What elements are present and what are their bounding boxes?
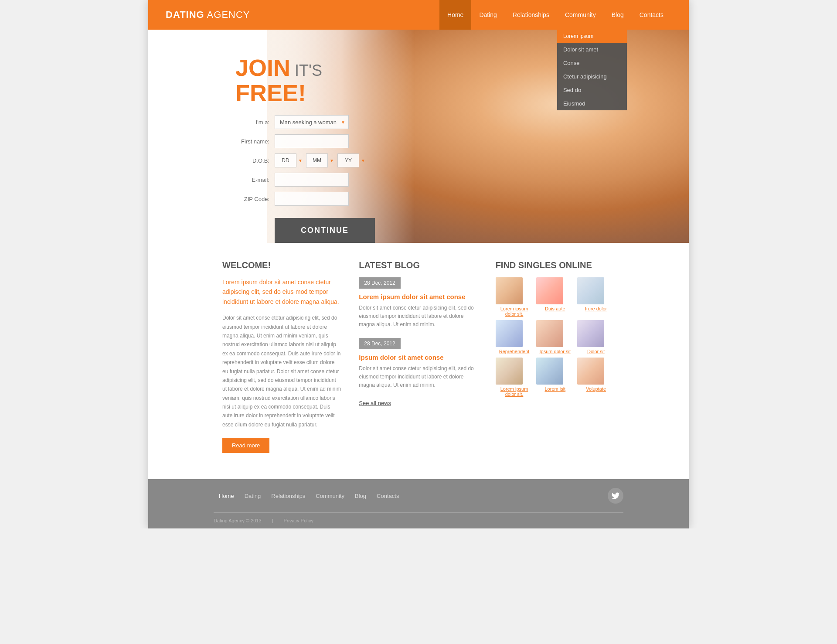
single-name-6[interactable]: Lorem ipsum dolor sit. [496, 386, 533, 397]
im-a-select[interactable]: Man seeking a woman Woman seeking a man … [275, 115, 349, 129]
twitter-icon[interactable] [608, 488, 623, 504]
blog-section: LATEST BLOG 28 Dec, 2012 Lorem ipsum dol… [359, 260, 478, 453]
email-label: E-mail: [235, 177, 275, 183]
dob-dd-arrow: ▼ [296, 153, 304, 167]
email-input[interactable] [275, 173, 349, 187]
blog-post-body-1: Dolor sit amet conse ctetur adipisicing … [359, 304, 478, 329]
its-text: IT'S [290, 61, 322, 79]
footer-nav-contacts[interactable]: Contacts [371, 493, 404, 499]
im-a-row: I'm a: Man seeking a woman Woman seeking… [235, 115, 392, 129]
copyright: Dating Agency © 2013 [214, 518, 262, 523]
first-name-row: First name: [235, 134, 392, 148]
email-row: E-mail: [235, 173, 392, 187]
single-photo-1[interactable] [536, 277, 563, 304]
nav-community[interactable]: Community [557, 0, 604, 30]
footer-nav-dating[interactable]: Dating [239, 493, 266, 499]
welcome-intro: Lorem ipsum dolor sit amet conse ctetur … [222, 277, 341, 307]
dob-row: D.O.B: DD ▼ MM ▼ YY ▼ [235, 153, 392, 167]
blog-title: LATEST BLOG [359, 260, 478, 270]
dob-dd-select[interactable]: DD [275, 153, 296, 167]
singles-grid: Lorem ipsum dolor sit. Duis aute Irure d… [496, 277, 615, 397]
main-content: WELCOME! Lorem ipsum dolor sit amet cons… [148, 243, 689, 479]
main-nav: Home Dating Relationships Community Lore… [439, 0, 671, 30]
site-footer: Home Dating Relationships Community Blog… [148, 479, 689, 528]
blog-post-body-2: Dolor sit amet conse ctetur adipisicing … [359, 365, 478, 390]
blog-post-2: 28 Dec, 2012 Ipsum dolor sit amet conse … [359, 338, 478, 390]
single-photo-6[interactable] [496, 358, 523, 385]
nav-home[interactable]: Home [439, 0, 471, 30]
single-name-3[interactable]: Reprehenderit [496, 349, 533, 354]
footer-nav-home[interactable]: Home [214, 493, 239, 499]
community-dropdown: Lorem ipsum Dolor sit amet Conse Ctetur … [557, 30, 627, 110]
dropdown-item-5[interactable]: Eiusmod [557, 97, 627, 110]
blog-post-title-1[interactable]: Lorem ipsum dolor sit amet conse [359, 293, 478, 300]
single-name-0[interactable]: Lorem ipsum dolor sit. [496, 306, 533, 317]
privacy-link[interactable]: Privacy Policy [283, 518, 313, 523]
footer-social [608, 488, 623, 504]
single-name-2[interactable]: Irure dolor [577, 306, 615, 311]
dob-label: D.O.B: [235, 157, 275, 164]
nav-contacts[interactable]: Contacts [632, 0, 671, 30]
dob-group: DD ▼ MM ▼ YY ▼ [275, 153, 367, 167]
nav-dating[interactable]: Dating [471, 0, 504, 30]
hero-form-container: JOIN IT'S FREE! I'm a: Man seeking a wom… [148, 30, 392, 243]
logo-light: AGENCY [204, 9, 250, 20]
single-name-5[interactable]: Dolor sit [577, 349, 615, 354]
dob-mm-select[interactable]: MM [306, 153, 328, 167]
continue-button[interactable]: CONTINUE [275, 218, 375, 243]
im-a-select-wrapper: Man seeking a woman Woman seeking a man … [275, 115, 349, 129]
footer-bottom: Dating Agency © 2013 | Privacy Policy [214, 513, 623, 528]
single-photo-2[interactable] [577, 277, 604, 304]
first-name-input[interactable] [275, 134, 349, 148]
single-item-0: Lorem ipsum dolor sit. [496, 277, 533, 317]
single-name-1[interactable]: Duis aute [536, 306, 574, 311]
footer-nav: Home Dating Relationships Community Blog… [214, 479, 623, 512]
single-item-2: Irure dolor [577, 277, 615, 317]
welcome-title: WELCOME! [222, 260, 341, 270]
single-name-8[interactable]: Voluptate [577, 386, 615, 392]
single-item-1: Duis aute [536, 277, 574, 317]
hero-title: JOIN IT'S [235, 56, 392, 79]
see-all-news-link[interactable]: See all news [359, 400, 391, 406]
nav-blog[interactable]: Blog [604, 0, 632, 30]
single-item-7: Lorem isit [536, 358, 574, 397]
single-name-4[interactable]: Ipsum dolor sit [536, 349, 574, 354]
welcome-body: Dolor sit amet conse ctetur adipisicing … [222, 313, 341, 429]
single-photo-0[interactable] [496, 277, 523, 304]
single-photo-3[interactable] [496, 320, 523, 347]
nav-community-container: Community Lorem ipsum Dolor sit amet Con… [557, 0, 604, 30]
single-photo-4[interactable] [536, 320, 563, 347]
single-name-7[interactable]: Lorem isit [536, 386, 574, 392]
nav-relationships[interactable]: Relationships [505, 0, 557, 30]
singles-section: FIND SINGLES ONLINE Lorem ipsum dolor si… [496, 260, 615, 453]
singles-title: FIND SINGLES ONLINE [496, 260, 615, 270]
blog-post-title-2[interactable]: Ipsum dolor sit amet conse [359, 354, 478, 361]
single-item-8: Voluptate [577, 358, 615, 397]
dropdown-item-2[interactable]: Conse [557, 56, 627, 70]
footer-nav-relationships[interactable]: Relationships [266, 493, 310, 499]
dropdown-item-4[interactable]: Sed do [557, 83, 627, 97]
dob-yy-arrow: ▼ [359, 153, 367, 167]
site-logo: DATING AGENCY [166, 9, 439, 20]
footer-nav-blog[interactable]: Blog [350, 493, 371, 499]
im-a-label: I'm a: [235, 119, 275, 126]
join-text: JOIN [235, 55, 290, 81]
single-item-3: Reprehenderit [496, 320, 533, 354]
dob-mm-arrow: ▼ [328, 153, 336, 167]
single-item-4: Ipsum dolor sit [536, 320, 574, 354]
single-photo-8[interactable] [577, 358, 604, 385]
content-grid: WELCOME! Lorem ipsum dolor sit amet cons… [214, 260, 623, 453]
read-more-button[interactable]: Read more [222, 438, 269, 453]
dropdown-header: Lorem ipsum [557, 30, 627, 43]
first-name-label: First name: [235, 138, 275, 145]
dropdown-item-1[interactable]: Dolor sit amet [557, 43, 627, 56]
single-photo-5[interactable] [577, 320, 604, 347]
site-header: DATING AGENCY Home Dating Relationships … [148, 0, 689, 30]
single-photo-7[interactable] [536, 358, 563, 385]
dropdown-item-3[interactable]: Ctetur adipisicing [557, 70, 627, 83]
footer-nav-community[interactable]: Community [310, 493, 350, 499]
zip-input[interactable] [275, 192, 349, 206]
blog-date-1: 28 Dec, 2012 [359, 277, 400, 289]
zip-label: ZIP Code: [235, 196, 275, 202]
dob-yy-select[interactable]: YY [337, 153, 359, 167]
